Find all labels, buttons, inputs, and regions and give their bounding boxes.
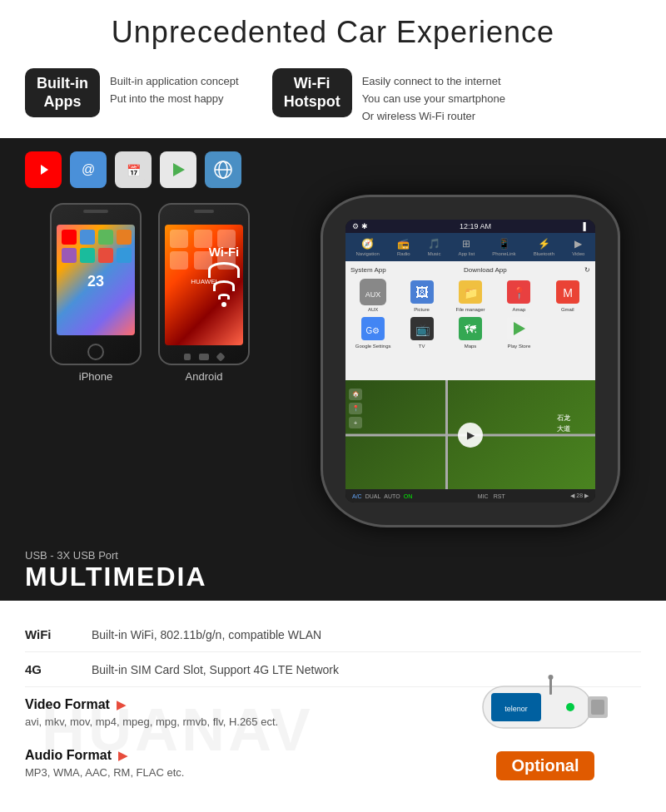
nav-phonelink-icon: 📱	[498, 238, 510, 250]
map-road-v	[445, 380, 448, 489]
svg-rect-32	[591, 700, 604, 715]
mic-label: MIC	[478, 493, 489, 499]
screen-battery: ▌	[584, 222, 589, 230]
wifi-badge: Wi-Fi Hotspot	[272, 68, 352, 117]
video-play-icon: ▶	[117, 698, 126, 711]
nav-music: 🎵 Music	[428, 238, 441, 256]
wifi-arc-small	[218, 294, 230, 300]
car-screen-inner: ⚙ ✱ 12:19 AM ▌ 🧭 Navigation 📻 Radio	[345, 220, 595, 503]
formats-optional-row: Video Format ▶ avi, mkv, mov, mp4, mpeg,…	[25, 687, 641, 789]
svg-text:G⚙: G⚙	[366, 326, 380, 335]
iphone-screen: 23	[57, 225, 135, 335]
svg-point-36	[549, 675, 554, 680]
tablet-section: ⚙ ✱ 12:19 AM ▌ 🧭 Navigation 📻 Radio	[283, 195, 649, 527]
dark-section: @ 📅	[0, 138, 666, 601]
svg-text:M: M	[563, 286, 573, 300]
picture-label: Picture	[414, 307, 430, 312]
tv-label: TV	[419, 344, 425, 349]
filemanager-label: File manager	[455, 307, 485, 312]
nav-navigation-icon: 🧭	[361, 238, 374, 250]
svg-text:📁: 📁	[463, 286, 478, 300]
app-maps: 🗺 Maps	[448, 315, 493, 349]
nav-video-label: Video	[572, 251, 584, 256]
app-icons-row: @ 📅	[0, 138, 666, 195]
page-title: Unprecedented Car Experience	[8, 15, 658, 50]
gmail-icon: M	[554, 279, 581, 305]
screen-time: 12:19 AM	[460, 222, 491, 230]
builtin-apps-badge: Built-in Apps	[25, 68, 100, 117]
nav-applist-icon: ⊞	[462, 238, 470, 250]
maps-icon: 🗺	[457, 315, 484, 342]
wifi-arc-medium	[213, 280, 235, 291]
nav-navigation-label: Navigation	[356, 251, 380, 256]
apps-grid: AUX AUX 🖼 Picture	[350, 279, 590, 349]
usb-dongle-svg: telenor	[475, 670, 616, 745]
playstore-label: Play Store	[508, 344, 531, 349]
nav-applist-label: App list	[458, 251, 475, 256]
aux-icon: AUX	[360, 279, 386, 305]
feature-builtin-apps: Built-in Apps Built-in application conce…	[25, 68, 239, 117]
svg-text:🖼: 🖼	[415, 285, 429, 300]
volume-control: ◀ 28 ▶	[570, 493, 589, 499]
iphone-container: 23 iPhone	[50, 203, 142, 383]
bottom-labels: MIC RST	[478, 493, 505, 499]
iphone-device: 23	[50, 203, 142, 365]
auto-label: AUTO	[384, 493, 400, 499]
nav-radio-label: Radio	[397, 251, 410, 256]
nav-bluetooth-icon: ⚡	[538, 238, 550, 250]
header-section: Unprecedented Car Experience	[0, 0, 666, 60]
main-content: 23 iPhone	[0, 195, 666, 544]
nav-bluetooth-label: Bluetooth	[534, 251, 554, 256]
multimedia-section: USB - 3X USB Port MULTIMEDIA	[0, 544, 666, 601]
nav-bluetooth: ⚡ Bluetooth	[534, 238, 554, 256]
dual-label: DUAL	[365, 493, 381, 499]
screen-status-bar: ⚙ ✱ 12:19 AM ▌	[345, 220, 595, 233]
optional-badge: Optional	[496, 751, 594, 780]
googlesettings-icon: G⚙	[360, 315, 386, 342]
wifi-arc-large	[208, 262, 240, 278]
usb-dongle-wrapper: telenor	[475, 670, 616, 745]
iphone-home-btn	[87, 344, 104, 360]
app-playstore: Play Store	[496, 315, 541, 349]
screen-apps-section: System App Download App ↻ AUX AUX	[345, 261, 595, 380]
builtin-apps-desc: Built-in application concept Put into th…	[110, 68, 239, 108]
app-tv: 📺 TV	[399, 315, 444, 349]
map-btn-location: 📍	[349, 403, 362, 414]
svg-text:@: @	[82, 162, 95, 176]
multimedia-title: MULTIMEDIA	[25, 562, 641, 592]
svg-text:telenor: telenor	[504, 705, 528, 713]
aux-label: AUX	[368, 307, 378, 312]
svg-text:📅: 📅	[127, 164, 142, 178]
calendar-icon: 📅	[115, 151, 152, 188]
wifi-arcs	[208, 262, 240, 307]
system-app-label: System App	[350, 266, 386, 274]
googlesettings-label: Google Settings	[355, 344, 391, 349]
app-amap: 📍 Amap	[496, 279, 541, 312]
svg-text:📍: 📍	[512, 286, 527, 300]
download-app-label: Download App	[464, 266, 507, 274]
4g-spec-label: 4G	[25, 662, 75, 676]
4g-spec-value: Built-in SIM Card Slot, Support 4G LTE N…	[92, 663, 339, 676]
app-aux: AUX AUX	[350, 279, 395, 312]
nav-music-icon: 🎵	[428, 238, 440, 250]
ac-label: A/C	[352, 493, 362, 499]
map-side-buttons-left: 🏠 📍 +	[349, 389, 362, 428]
bottom-white-section: HUANAV WiFi Built-in WiFi, 802.11b/g/n, …	[0, 601, 666, 812]
map-btn-zoom: +	[349, 417, 362, 428]
nav-applist: ⊞ App list	[458, 238, 475, 256]
youtube-icon	[25, 151, 62, 188]
maps-label: Maps	[465, 344, 477, 349]
gmail-label: Gmail	[561, 307, 574, 312]
wifi-dot	[221, 302, 226, 307]
screen-map: 石龙 大道 ▶ 🏠 📍 +	[345, 380, 595, 489]
map-label-shilongdadao: 石龙	[557, 413, 570, 423]
climate-controls: A/C DUAL AUTO ON	[352, 493, 412, 499]
app-filemanager: 📁 File manager	[448, 279, 493, 312]
filemanager-icon: 📁	[457, 279, 484, 305]
map-btn-home: 🏠	[349, 389, 362, 400]
svg-text:🗺: 🗺	[465, 323, 476, 336]
refresh-icon: ↻	[584, 266, 590, 274]
wifi-signal: Wi-Fi	[208, 245, 240, 307]
nav-radio: 📻 Radio	[397, 238, 410, 256]
picture-icon: 🖼	[409, 279, 435, 305]
